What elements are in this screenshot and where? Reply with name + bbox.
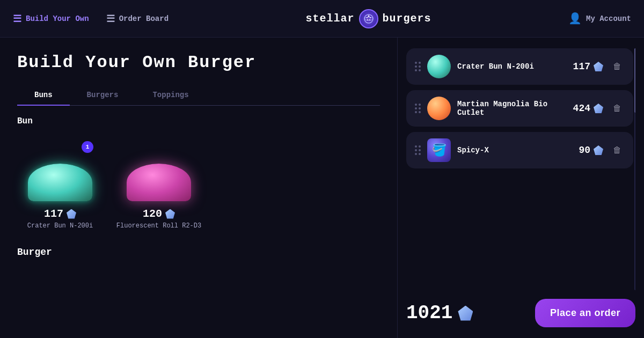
logo-text-left: stellar — [306, 12, 355, 25]
drag-handle-martian[interactable] — [415, 104, 421, 113]
svg-point-5 — [367, 19, 368, 20]
main-content: Build Your Own Burger Buns Burgers Toppi… — [0, 38, 644, 338]
order-footer: 1021 Place an order — [406, 299, 635, 327]
svg-point-3 — [367, 17, 368, 18]
gem-icon-crater — [67, 209, 76, 219]
logo[interactable]: stellar burgers — [306, 9, 431, 28]
delete-crater-bun-button[interactable]: 🗑 — [610, 59, 625, 74]
item-img-wrap-fluorescent — [121, 137, 196, 201]
order-list-wrap: Crater Bun N-200i 117 🗑 Martian — [406, 48, 635, 290]
nav-left: ☰ Build Your Own ☰ Order Board — [13, 13, 169, 25]
svg-point-2 — [368, 15, 369, 17]
order-item-price-crater: 117 — [573, 61, 603, 72]
hamburger-menu-icon: ☰ — [13, 13, 21, 25]
item-img-wrap-crater: 1 — [23, 137, 98, 201]
tab-burgers[interactable]: Burgers — [70, 85, 136, 106]
nav-build-label: Build Your Own — [26, 14, 89, 23]
svg-point-4 — [370, 17, 371, 18]
fluorescent-roll-price: 120 — [143, 208, 175, 220]
gem-icon-order-crater — [594, 62, 603, 71]
order-item-price-martian: 424 — [573, 103, 603, 114]
account-label: My Account — [586, 14, 631, 23]
order-item-img-crater — [427, 55, 451, 78]
total-price-value: 1021 — [406, 302, 452, 324]
total-gem-icon — [458, 306, 473, 321]
nav-build-your-own[interactable]: ☰ Build Your Own — [13, 13, 89, 25]
fluorescent-roll-name: Fluorescent Roll R2-D3 — [116, 222, 201, 230]
crater-bun-badge: 1 — [82, 141, 93, 153]
order-item-img-martian — [427, 97, 451, 120]
order-item-spicy: 🪣 Spicy-X 90 🗑 — [406, 132, 633, 168]
item-card-crater-bun[interactable]: 1 117 Crater Bun N-200i — [17, 137, 103, 230]
nav-order-board-label: Order Board — [119, 14, 169, 23]
order-list: Crater Bun N-200i 117 🗑 Martian — [406, 48, 635, 168]
fluorescent-roll-image — [127, 164, 191, 201]
svg-point-1 — [364, 17, 373, 20]
order-item-price-value-spicy: 90 — [579, 145, 590, 156]
order-item-img-spicy: 🪣 — [427, 138, 451, 162]
total-price: 1021 — [406, 302, 473, 324]
fluorescent-roll-price-value: 120 — [143, 208, 162, 220]
delete-spicy-button[interactable]: 🗑 — [610, 143, 625, 158]
gem-icon-fluorescent — [165, 209, 175, 219]
bun-item-grid: 1 117 Crater Bun N-200i 120 Fluorescent … — [17, 137, 380, 230]
crater-bun-image — [28, 164, 92, 201]
left-panel: Build Your Own Burger Buns Burgers Toppi… — [0, 38, 397, 338]
nav-order-board[interactable]: ☰ Order Board — [106, 13, 169, 25]
place-order-button[interactable]: Place an order — [535, 299, 635, 327]
order-item-price-value-crater: 117 — [573, 61, 590, 72]
burger-section-label: Burger — [17, 247, 380, 258]
svg-point-6 — [369, 19, 370, 20]
navbar: ☰ Build Your Own ☰ Order Board stellar — [0, 0, 644, 38]
item-card-fluorescent-roll[interactable]: 120 Fluorescent Roll R2-D3 — [116, 137, 202, 230]
drag-handle-spicy[interactable] — [415, 145, 421, 155]
order-item-name-martian: Martian Magnolia Bio Cutlet — [457, 100, 567, 117]
crater-bun-price: 117 — [44, 208, 76, 220]
nav-account[interactable]: 👤 My Account — [568, 12, 631, 25]
order-item-martian: Martian Magnolia Bio Cutlet 424 🗑 — [406, 90, 633, 127]
page-title: Build Your Own Burger — [17, 53, 380, 72]
tabs-bar: Buns Burgers Toppings — [17, 85, 380, 106]
order-item-price-value-martian: 424 — [573, 103, 590, 114]
drag-handle-crater[interactable] — [415, 62, 421, 71]
right-panel: Crater Bun N-200i 117 🗑 Martian — [397, 38, 644, 338]
logo-text-right: burgers — [383, 12, 431, 25]
bun-section-label: Bun — [17, 116, 380, 126]
user-icon: 👤 — [568, 12, 582, 25]
delete-martian-button[interactable]: 🗑 — [610, 101, 625, 116]
crater-bun-name: Crater Bun N-200i — [27, 222, 93, 230]
order-item-name-crater: Crater Bun N-200i — [457, 62, 567, 71]
gem-icon-order-martian — [594, 104, 603, 113]
scroll-thumb — [634, 48, 635, 113]
gem-icon-order-spicy — [594, 145, 603, 155]
order-item-price-spicy: 90 — [579, 145, 603, 156]
crater-bun-price-value: 117 — [44, 208, 63, 220]
tab-toppings[interactable]: Toppings — [135, 85, 206, 106]
tab-buns[interactable]: Buns — [17, 85, 70, 106]
order-item-crater-bun: Crater Bun N-200i 117 🗑 — [406, 48, 633, 85]
list-icon: ☰ — [106, 13, 115, 25]
order-item-name-spicy: Spicy-X — [457, 146, 572, 155]
nav-center: stellar burgers — [169, 9, 568, 28]
logo-icon — [359, 9, 378, 28]
